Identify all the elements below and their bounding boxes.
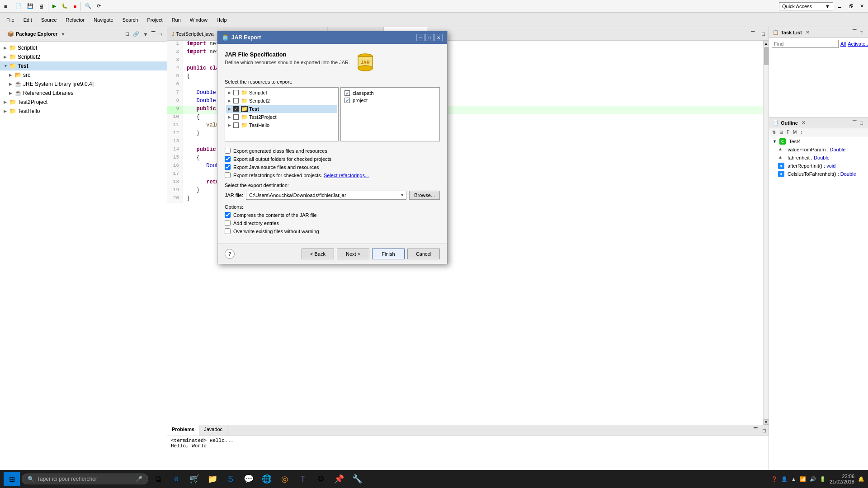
taskbar-app1[interactable]: 📌 [331,472,347,486]
res-checkbox-classpath[interactable]: ✓ [344,90,350,96]
jar-file-input[interactable] [246,191,398,199]
tree-item-test2project[interactable]: ▶ 📁 Test2Project [0,98,167,107]
toolbar-print-btn[interactable]: 🖨 [37,1,46,11]
max-panel-btn[interactable]: □ [157,31,163,38]
cb-source-files[interactable] [225,164,231,170]
outline-sort-btn[interactable]: ⇅ [771,129,777,135]
toolbar-stop-btn[interactable]: ■ [71,1,79,11]
menu-edit[interactable]: Edit [21,16,35,23]
link-editor-btn[interactable]: 🔗 [132,31,141,38]
outline-item-class[interactable]: ▼ C Test4 [769,137,868,145]
res-checkbox[interactable] [233,90,239,95]
cb-generated[interactable] [225,148,231,154]
maximize-editor-btn[interactable]: □ [758,31,769,37]
task-min-btn[interactable]: ▔ [851,29,858,36]
min-panel-btn[interactable]: ▔ [150,31,156,38]
outline-item-field2[interactable]: ▲ fahrenheit : Double [769,154,868,162]
menu-refactor[interactable]: Refactor [63,16,88,23]
opt-overwrite[interactable] [225,228,231,234]
skype-btn[interactable]: S [222,472,239,486]
cb-output-folders[interactable] [225,156,231,162]
tree-item-scriptlet2[interactable]: ▶ 📁 Scriptlet2 [0,52,167,61]
help-icon[interactable]: ❓ [771,476,778,482]
res-checkbox-project[interactable]: ✓ [344,98,350,103]
outline-sync-btn[interactable]: ↕ [799,129,804,135]
cancel-button[interactable]: Cancel [407,249,440,259]
collapse-all-btn[interactable]: ⊟ [124,31,131,38]
toolbar-new-btn[interactable]: 📄 [13,1,24,11]
res-checkbox[interactable] [233,122,239,128]
outline-fields-btn[interactable]: F [785,129,791,135]
tree-item-reflibs[interactable]: ▶ ☕ Referenced Libraries [0,89,167,98]
settings-btn[interactable]: ⚙ [313,472,329,486]
task-list-close[interactable]: ✕ [806,30,809,35]
res-item-scriptlet2[interactable]: ▶ 📁 Scriptlet2 [226,97,337,105]
menu-navigate[interactable]: Navigate [91,16,116,23]
start-button[interactable]: ⊞ [4,472,20,486]
jar-file-input-wrapper[interactable]: ▼ [246,191,406,200]
res-item-classpath[interactable]: ✓ .classpath [343,89,438,97]
minimize-btn[interactable]: 🗕 [835,1,844,11]
menu-project[interactable]: Project [144,16,165,23]
scroll-up-btn[interactable]: ▲ [764,41,769,46]
network-icon[interactable]: 📶 [800,476,806,482]
res-checkbox-test[interactable]: ✓ [233,106,239,112]
dialog-minimize-btn[interactable]: ─ [416,34,425,41]
folder-btn[interactable]: 📁 [204,472,221,486]
package-explorer-close[interactable]: ✕ [61,32,65,37]
res-checkbox[interactable] [233,98,239,103]
next-button[interactable]: Next > [337,249,369,259]
res-item-test2project[interactable]: ▶ 📁 Test2Project [226,113,337,121]
cb-refactorings[interactable] [225,172,231,178]
user-icon[interactable]: 👤 [781,476,788,482]
outline-methods-btn[interactable]: M [792,129,798,135]
dest-dropdown-arrow[interactable]: ▼ [398,191,406,199]
dialog-maximize-btn[interactable]: □ [425,34,434,41]
back-button[interactable]: < Back [302,249,334,259]
max-bottom-btn[interactable]: □ [760,425,769,436]
taskbar-search-box[interactable]: 🔍 Taper ici pour rechercher 🎤 [22,474,148,484]
res-checkbox[interactable] [233,114,239,120]
activate-link[interactable]: Activate... [848,41,868,47]
quick-access-box[interactable]: Quick Access ▼ [779,2,833,10]
scroll-down-btn[interactable]: ▼ [764,419,769,425]
teams-btn[interactable]: T [295,472,311,486]
tree-item-scriptlet[interactable]: ▶ 📁 Scriptlet [0,43,167,52]
browse-button[interactable]: Browse... [409,191,440,200]
find-all-link[interactable]: All [840,41,846,47]
opt-directory[interactable] [225,220,231,226]
outline-close[interactable]: ✕ [802,120,805,125]
chrome-btn[interactable]: 🌐 [259,472,275,486]
toolbar-ref-btn[interactable]: ⟳ [94,1,103,11]
tree-item-test[interactable]: ▼ 📁 Test [0,61,167,70]
opt-compress[interactable] [225,212,231,218]
outline-item-method2[interactable]: ● CelsiusToFahrenheit() : Double [769,170,868,178]
dialog-close-btn[interactable]: ✕ [434,34,443,41]
tab-problems[interactable]: Problems [167,425,199,436]
close-btn[interactable]: ✕ [858,1,866,11]
help-button[interactable]: ? [225,249,235,259]
res-item-testhello[interactable]: ▶ 📁 TestHello [226,121,337,129]
finish-button[interactable]: Finish [372,249,405,259]
res-item-test[interactable]: ▶ ✓ 📁 Test [226,105,337,113]
whatsapp-btn[interactable]: 💬 [241,472,257,486]
outline-item-field1[interactable]: ▲ valueFromParam : Double [769,145,868,154]
taskbar-app2[interactable]: 🔧 [349,472,365,486]
menu-file[interactable]: File [4,16,17,23]
scroll-thumb[interactable] [764,47,769,65]
notifications-btn[interactable]: 🔔 [858,476,864,482]
menu-help[interactable]: Help [214,16,230,23]
toolbar-menu-btn[interactable]: ≡ [2,1,9,11]
task-view-btn[interactable]: ⧉ [150,472,166,486]
tree-item-src[interactable]: ▶ 📂 src [0,70,167,80]
tab-javadoc[interactable]: Javadoc [199,425,227,436]
toolbar-search-btn[interactable]: 🔍 [83,1,94,11]
res-item-scriptlet[interactable]: ▶ 📁 Scriptlet [226,89,337,97]
view-menu-btn[interactable]: ▼ [142,31,149,38]
menu-source[interactable]: Source [38,16,60,23]
toolbar-save-btn[interactable]: 💾 [25,1,36,11]
store-btn[interactable]: 🛒 [186,472,203,486]
find-input[interactable] [772,40,839,48]
restore-btn[interactable]: 🗗 [846,1,856,11]
eclipse-btn[interactable]: ◎ [277,472,293,486]
